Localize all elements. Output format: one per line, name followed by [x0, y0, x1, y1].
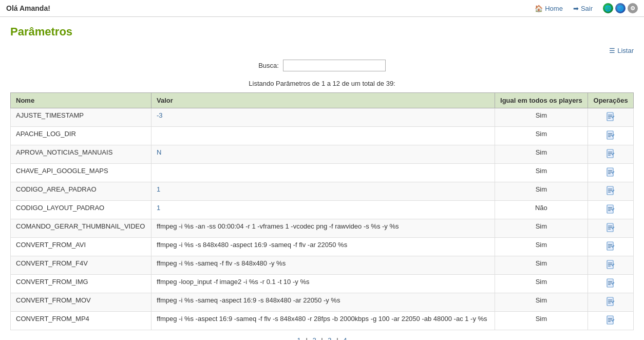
cell-valor: 1: [151, 201, 495, 219]
edit-button[interactable]: [606, 153, 615, 160]
cell-nome: COMANDO_GERAR_THUMBNAIL_VIDEO: [11, 219, 151, 238]
flag-icons: 🌐 🌐 ⚙: [603, 3, 638, 13]
valor-link[interactable]: 1: [157, 204, 160, 212]
page-sep-1: |: [306, 336, 309, 340]
edit-button[interactable]: [606, 245, 615, 253]
edit-button[interactable]: [606, 282, 615, 290]
table-row: CONVERT_FROM_MP4ffmpeg -i %s -aspect 16:…: [11, 312, 634, 330]
search-input[interactable]: [283, 60, 386, 71]
cell-igual: Sim: [495, 127, 588, 145]
table-row: CODIGO_AREA_PADRAO1Sim: [11, 182, 634, 201]
greeting-suffix: !: [48, 4, 50, 12]
cell-nome: CONVERT_FROM_MP4: [11, 312, 151, 330]
edit-button[interactable]: [606, 208, 615, 216]
header: Olá Amanda! 🏠 Home ➡ Sair 🌐 🌐 ⚙: [0, 0, 644, 17]
valor-link[interactable]: N: [157, 148, 161, 156]
pagination: 1 | 2 | 3 | 4: [10, 336, 634, 340]
valor-link[interactable]: -3: [157, 111, 163, 119]
valor-link[interactable]: 1: [157, 185, 160, 193]
cell-operacoes: [588, 256, 634, 275]
edit-button[interactable]: [606, 134, 615, 142]
cell-operacoes: [588, 164, 634, 182]
cell-valor: [151, 127, 495, 145]
greeting-text: Olá: [6, 4, 20, 12]
greeting: Olá Amanda!: [6, 4, 50, 12]
table-row: APACHE_LOG_DIRSim: [11, 127, 634, 145]
cell-valor: ffmpeg -loop_input -f image2 -i %s -r 0.…: [151, 275, 495, 293]
edit-button[interactable]: [606, 190, 615, 197]
cell-igual: Sim: [495, 275, 588, 293]
listar-button[interactable]: ☰ Listar: [609, 47, 634, 54]
listar-icon: ☰: [609, 47, 615, 54]
sair-link[interactable]: ➡ Sair: [573, 5, 593, 12]
cell-igual: Não: [495, 201, 588, 219]
table-row: CONVERT_FROM_MOVffmpeg -i %s -sameq -asp…: [11, 293, 634, 312]
page-title: Parâmetros: [10, 25, 634, 39]
table-row: CONVERT_FROM_AVIffmpeg -i %s -s 848x480 …: [11, 238, 634, 256]
page-link-2[interactable]: 2: [312, 336, 316, 340]
col-igual: Igual em todos os players: [495, 93, 588, 108]
edit-button[interactable]: [606, 263, 615, 271]
cell-nome: CODIGO_AREA_PADRAO: [11, 182, 151, 201]
sair-icon: ➡: [573, 5, 579, 12]
edit-button[interactable]: [606, 116, 615, 123]
cell-valor: -3: [151, 108, 495, 127]
page-link-4[interactable]: 4: [343, 336, 347, 340]
page-2: 2: [311, 336, 319, 340]
page-link-3[interactable]: 3: [328, 336, 331, 340]
page-4: 4: [342, 336, 348, 340]
col-valor: Valor: [151, 93, 495, 108]
home-link[interactable]: 🏠 Home: [535, 5, 563, 12]
cell-nome: CONVERT_FROM_AVI: [11, 238, 151, 256]
page-sep-3: |: [336, 336, 340, 340]
page-link-1[interactable]: 1: [297, 336, 301, 340]
table-row: CONVERT_FROM_IMGffmpeg -loop_input -f im…: [11, 275, 634, 293]
table-row: AJUSTE_TIMESTAMP-3Sim: [11, 108, 634, 127]
col-operacoes: Operações: [588, 93, 634, 108]
cell-valor: ffmpeg -i %s -sameq -aspect 16:9 -s 848x…: [151, 293, 495, 312]
cell-valor: ffmpeg -i %s -aspect 16:9 -sameq -f flv …: [151, 312, 495, 330]
cell-nome: APROVA_NOTICIAS_MANUAIS: [11, 145, 151, 164]
cell-nome: CONVERT_FROM_MOV: [11, 293, 151, 312]
cell-igual: Sim: [495, 312, 588, 330]
table-header-row: Nome Valor Igual em todos os players Ope…: [11, 93, 634, 108]
cell-valor: 1: [151, 182, 495, 201]
cell-igual: Sim: [495, 238, 588, 256]
cell-igual: Sim: [495, 182, 588, 201]
cell-nome: CHAVE_API_GOOGLE_MAPS: [11, 164, 151, 182]
search-label: Busca:: [258, 62, 279, 69]
cell-igual: Sim: [495, 145, 588, 164]
cell-nome: CONVERT_FROM_IMG: [11, 275, 151, 293]
page-1: 1: [296, 336, 304, 340]
cell-valor: ffmpeg -i %s -s 848x480 -aspect 16:9 -sa…: [151, 238, 495, 256]
table-row: CHAVE_API_GOOGLE_MAPSSim: [11, 164, 634, 182]
cell-nome: CONVERT_FROM_F4V: [11, 256, 151, 275]
cell-operacoes: [588, 238, 634, 256]
cell-operacoes: [588, 275, 634, 293]
cell-operacoes: [588, 312, 634, 330]
cell-igual: Sim: [495, 108, 588, 127]
settings-icon[interactable]: ⚙: [628, 3, 638, 13]
cell-igual: Sim: [495, 164, 588, 182]
table-row: CODIGO_LAYOUT_PADRAO1Não: [11, 201, 634, 219]
home-icon: 🏠: [535, 5, 543, 12]
username: Amanda: [20, 4, 48, 12]
header-nav: 🏠 Home ➡ Sair: [535, 5, 593, 12]
cell-nome: APACHE_LOG_DIR: [11, 127, 151, 145]
edit-button[interactable]: [606, 300, 615, 308]
table-row: COMANDO_GERAR_THUMBNAIL_VIDEOffmpeg -i %…: [11, 219, 634, 238]
cell-valor: N: [151, 145, 495, 164]
parameters-table: Nome Valor Igual em todos os players Ope…: [10, 92, 634, 330]
flag-brazil-icon[interactable]: 🌐: [603, 3, 613, 13]
main-content: Parâmetros ☰ Listar Busca: Listando Parâ…: [0, 17, 644, 340]
col-nome: Nome: [11, 93, 151, 108]
cell-igual: Sim: [495, 256, 588, 275]
cell-operacoes: [588, 145, 634, 164]
edit-button[interactable]: [606, 226, 615, 234]
edit-button[interactable]: [606, 171, 615, 179]
cell-valor: ffmpeg -i %s -an -ss 00:00:04 -r 1 -vfra…: [151, 219, 495, 238]
cell-operacoes: [588, 127, 634, 145]
cell-valor: [151, 164, 495, 182]
edit-button[interactable]: [606, 319, 615, 327]
flag-us-icon[interactable]: 🌐: [615, 3, 626, 13]
